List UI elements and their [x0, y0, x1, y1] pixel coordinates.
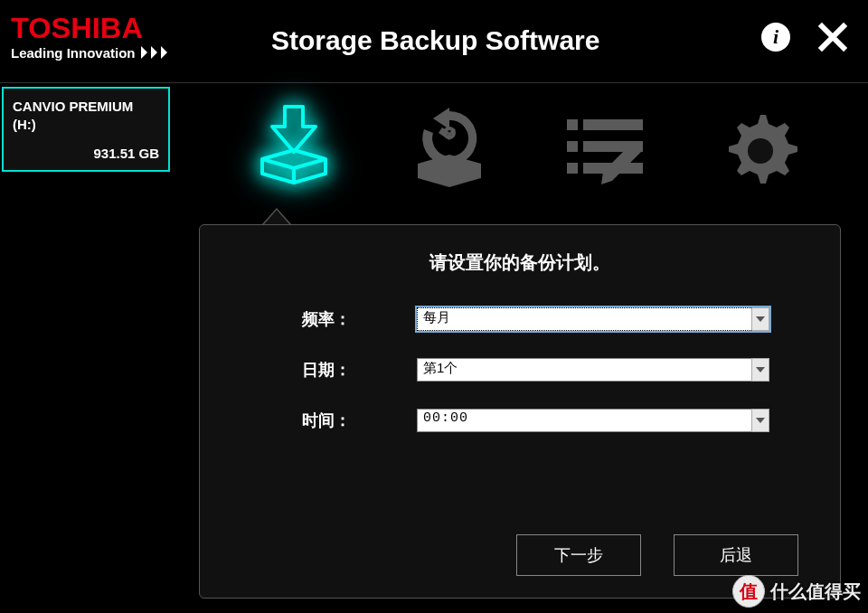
chevrons-icon	[141, 46, 177, 59]
header-icon-group: i	[761, 20, 850, 54]
watermark-badge: 值	[732, 575, 765, 608]
edit-list-icon	[560, 110, 650, 192]
brand-block: TOSHIBA Leading Innovation	[0, 0, 186, 64]
button-row: 下一步 后退	[516, 534, 798, 576]
label-time: 时间：	[236, 410, 417, 431]
backup-icon	[244, 101, 344, 201]
tab-restore[interactable]	[400, 101, 499, 201]
row-frequency: 频率： 每月	[236, 307, 804, 331]
svg-rect-5	[567, 163, 578, 174]
info-icon[interactable]: i	[761, 23, 790, 52]
label-date: 日期：	[236, 359, 417, 381]
tab-backup[interactable]	[244, 101, 344, 201]
sidebar: CANVIO PREMIUM (H:) 931.51 GB	[0, 83, 172, 613]
watermark-text: 什么值得买	[770, 580, 861, 604]
brand-tagline-text: Leading Innovation	[11, 45, 136, 61]
svg-rect-1	[567, 119, 578, 130]
svg-rect-3	[567, 141, 578, 152]
tab-edit-list[interactable]	[555, 101, 655, 201]
row-time: 时间： 00:00	[236, 409, 804, 432]
select-date[interactable]: 第1个	[417, 358, 769, 382]
sidebar-drive-card[interactable]: CANVIO PREMIUM (H:) 931.51 GB	[2, 87, 170, 172]
panel-title: 请设置你的备份计划。	[236, 250, 804, 275]
svg-rect-2	[583, 119, 643, 130]
select-date-value[interactable]: 第1个	[417, 358, 769, 382]
header: TOSHIBA Leading Innovation Storage Backu…	[0, 0, 868, 83]
watermark: 值 什么值得买	[732, 575, 861, 608]
label-frequency: 频率：	[236, 308, 417, 330]
app-title: Storage Backup Software	[271, 25, 599, 56]
row-date: 日期： 第1个	[236, 358, 804, 382]
drive-name: CANVIO PREMIUM (H:)	[13, 98, 159, 133]
svg-point-7	[748, 138, 773, 164]
settings-panel: 请设置你的备份计划。 频率： 每月 日期： 第1个	[199, 224, 841, 599]
back-button[interactable]: 后退	[674, 534, 798, 576]
tab-settings[interactable]	[711, 101, 810, 201]
next-button[interactable]: 下一步	[516, 534, 641, 576]
main-area: 请设置你的备份计划。 频率： 每月 日期： 第1个	[172, 83, 868, 613]
body: CANVIO PREMIUM (H:) 931.51 GB	[0, 83, 868, 613]
panel-pointer	[262, 208, 291, 224]
brand-tagline: Leading Innovation	[11, 45, 177, 61]
select-frequency-value[interactable]: 每月	[417, 307, 769, 331]
gear-icon	[715, 106, 806, 196]
toolbar	[199, 83, 868, 210]
select-time[interactable]: 00:00	[417, 409, 769, 432]
brand-logo: TOSHIBA	[11, 16, 185, 42]
drive-size: 931.51 GB	[13, 146, 159, 161]
close-icon[interactable]	[816, 20, 850, 54]
restore-icon	[404, 106, 495, 196]
select-frequency[interactable]: 每月	[417, 307, 769, 331]
select-time-value[interactable]: 00:00	[417, 409, 769, 432]
